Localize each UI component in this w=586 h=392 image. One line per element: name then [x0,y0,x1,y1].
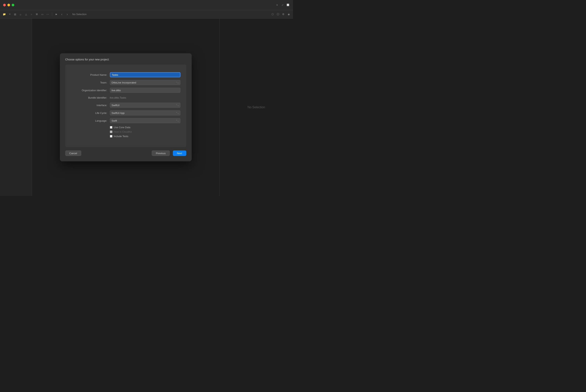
lifecycle-select-wrapper: SwiftUI App UIKit App Delegate ⌃⌄ [110,110,180,116]
interface-select-wrapper: SwiftUI Storyboard ⌃⌄ [110,103,180,108]
interface-row: Interface: SwiftUI Storyboard ⌃⌄ [71,103,180,108]
team-row: Team: DittoLive Incorporated Personal Te… [71,80,180,85]
expand-icon[interactable] [281,3,284,7]
language-label: Language: [71,119,110,122]
previous-button[interactable]: Previous [152,150,170,156]
folder-icon[interactable] [2,12,6,16]
org-identifier-input[interactable] [110,88,180,93]
bundle-identifier-row: Bundle Identifier: live.ditto.Tasks [71,96,180,100]
window-icon[interactable] [286,3,290,7]
org-identifier-row: Organization Identifier: [71,88,180,93]
back-icon[interactable] [60,12,64,16]
more-icon[interactable] [46,12,50,16]
product-name-input[interactable] [110,72,180,77]
content-area: Choose options for your new project: Pro… [32,18,219,196]
include-tests-label[interactable]: Include Tests [114,135,129,138]
language-row: Language: Swift Objective-C ⌃⌄ [71,118,180,123]
maximize-button[interactable] [12,4,14,6]
dialog-backdrop: Choose options for your new project: Pro… [32,18,219,196]
team-label: Team: [71,81,110,84]
dialog-buttons: Cancel Previous Next [65,150,186,156]
new-project-dialog: Choose options for your new project: Pro… [60,53,192,161]
lifecycle-row: Life Cycle: SwiftUI App UIKit App Delega… [71,110,180,116]
language-select-wrapper: Swift Objective-C ⌃⌄ [110,118,180,123]
include-tests-row: Include Tests [71,135,180,138]
right-buttons: Previous Next [152,150,186,156]
circle-icon[interactable] [30,12,33,16]
close-icon[interactable] [8,12,12,16]
titlebar [0,0,293,10]
rect-icon[interactable] [40,12,44,16]
main-layout: Choose options for your new project: Pro… [0,18,293,196]
no-selection-label: No Selection [71,13,87,16]
eye-icon[interactable] [287,12,291,16]
close-button[interactable] [3,4,6,6]
sidebar [0,18,32,196]
toolbar: No Selection [0,10,293,18]
language-select[interactable]: Swift Objective-C [110,118,180,123]
bundle-identifier-label: Bundle Identifier: [71,96,110,99]
search-icon[interactable] [19,12,23,16]
use-core-data-label[interactable]: Use Core Data [114,126,130,129]
use-core-data-checkbox[interactable] [110,126,112,128]
product-name-row: Product Name: [71,72,180,77]
include-tests-checkbox[interactable] [110,135,112,138]
host-cloudkit-checkbox[interactable] [110,130,112,133]
cancel-button[interactable]: Cancel [65,150,81,156]
host-cloudkit-label: Host in CloudKit [114,130,132,133]
right-panel-no-selection: No Selection [247,106,265,109]
dialog-title: Choose options for your new project: [65,58,186,61]
lifecycle-select[interactable]: SwiftUI App UIKit App Delegate [110,110,180,116]
titlebar-right-icons [275,3,290,7]
traffic-lights [3,4,14,6]
dialog-inner: Product Name: Team: DittoLive Incorporat… [65,64,186,147]
run-icon[interactable] [55,12,58,16]
forward-icon[interactable] [65,12,69,16]
next-button[interactable]: Next [173,150,186,156]
interface-label: Interface: [71,104,110,107]
host-cloudkit-row: Host in CloudKit [71,130,180,133]
team-select[interactable]: DittoLive Incorporated Personal Team Non… [110,80,180,85]
bundle-identifier-value: live.ditto.Tasks [110,96,180,100]
info-icon[interactable] [276,12,280,16]
minimize-button[interactable] [7,4,10,6]
product-name-label: Product Name: [71,74,110,76]
grid-icon[interactable] [13,12,17,16]
add-icon[interactable] [275,3,279,7]
team-select-wrapper: DittoLive Incorporated Personal Team Non… [110,80,180,85]
warning-icon[interactable] [24,12,28,16]
link-icon[interactable] [35,12,39,16]
right-panel: No Selection [219,18,293,196]
gear-icon[interactable] [281,12,285,16]
interface-select[interactable]: SwiftUI Storyboard [110,103,180,108]
lifecycle-label: Life Cycle: [71,112,110,114]
use-core-data-row: Use Core Data [71,126,180,129]
org-identifier-label: Organization Identifier: [71,89,110,92]
app-icon[interactable] [271,12,274,16]
